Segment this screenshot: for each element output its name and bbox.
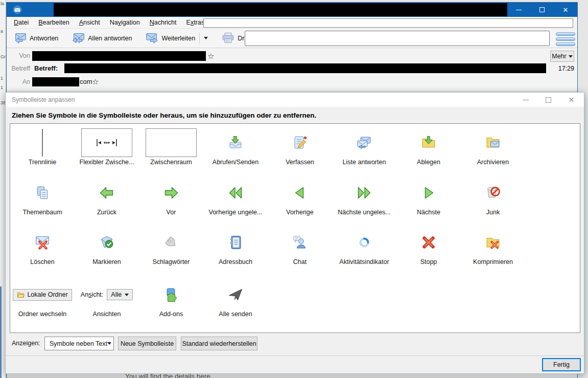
maximize-icon <box>546 97 551 103</box>
palette-item-vor[interactable]: Vor <box>139 178 203 216</box>
bar-glyph <box>556 37 575 41</box>
compose-icon <box>292 135 308 151</box>
menu-item-bearbeiten[interactable]: Bearbeiten <box>38 19 69 26</box>
chevron-down-icon <box>107 342 111 345</box>
message-pane-layout-icon[interactable] <box>556 31 575 47</box>
antworten-button[interactable]: Antworten <box>10 31 61 46</box>
palette-item-label: Zurück <box>97 209 116 216</box>
menubar-input[interactable] <box>203 18 573 28</box>
maximize-icon <box>539 7 545 12</box>
forward-arrow-icon <box>163 185 179 201</box>
delete-icon <box>34 234 51 251</box>
stop-icon <box>420 234 437 251</box>
palette-item-abrufen-senden[interactable]: Abrufen/Senden <box>203 128 268 166</box>
menu-item-datei[interactable]: Datei <box>14 19 29 26</box>
menu-item-navigation[interactable]: Navigation <box>110 19 140 26</box>
more-button-label: Mehr <box>552 53 566 60</box>
palette-item-stopp[interactable]: Stopp <box>396 228 461 265</box>
palette-item-n-chste[interactable]: Nächste <box>396 178 461 216</box>
background-text-fragment: a <box>1 29 6 34</box>
close-button[interactable]: ✕ <box>554 3 577 17</box>
palette-item-label: Aktivitätsindikator <box>339 258 389 265</box>
menu-item-extras[interactable]: Extras <box>186 19 204 26</box>
palette-item-vorherige[interactable]: Vorherige <box>268 178 332 216</box>
palette-item-label: Stopp <box>420 258 437 265</box>
menu-item-nachricht[interactable]: Nachricht <box>150 19 177 26</box>
palette-item-l-schen[interactable]: Löschen <box>10 228 75 265</box>
message-header: Von ☆ Mehr Betreff Betreff: 17:29 An com… <box>7 48 577 92</box>
palette-item-alle-senden[interactable]: Alle senden <box>203 280 268 318</box>
to-domain: com <box>80 78 92 85</box>
palette-item-trennlinie[interactable]: Trennlinie <box>10 128 75 166</box>
display-mode-dropdown[interactable]: Symbole neben Text <box>44 337 114 350</box>
palette-item-ansichten[interactable]: Ansicht:AlleAnsichten <box>75 280 139 318</box>
palette-item-label: Chat <box>293 258 307 265</box>
mark-icon <box>99 234 115 251</box>
palette-item-label: Archivieren <box>477 159 509 166</box>
dialog-maximize-button[interactable] <box>537 93 560 107</box>
star-icon[interactable]: ☆ <box>207 52 214 60</box>
palette-item-chat[interactable]: Chat <box>268 228 332 265</box>
palette-row: ThemenbaumZurückVorVorherige ungele...Vo… <box>10 178 525 216</box>
palette-item-themenbaum[interactable]: Themenbaum <box>10 178 75 216</box>
palette-item-ablegen[interactable]: Ablegen <box>396 128 461 166</box>
view-dropdown[interactable]: Alle <box>107 289 133 300</box>
palette-item-verfassen[interactable]: Verfassen <box>268 128 332 166</box>
weiterleiten-dropdown-button[interactable] <box>201 35 211 41</box>
addons-icon <box>163 286 179 303</box>
allen-antworten-button[interactable]: Allen antworten <box>68 31 135 46</box>
palette-item-label: Zwischenraum <box>150 159 192 166</box>
minimize-button[interactable] <box>507 3 530 17</box>
palette-item-ordner-wechseln[interactable]: Lokale OrdnerOrdner wechseln <box>10 280 75 318</box>
palette-item-label: Schlagwörter <box>153 258 190 265</box>
palette-item-aktivit-tsindikator[interactable]: Aktivitätsindikator <box>332 228 396 265</box>
toolbar-button-label: Allen antworten <box>88 35 132 42</box>
palette-item-zur-ck[interactable]: Zurück <box>75 178 139 216</box>
redacted-to-address <box>32 77 79 86</box>
new-toolbar-button[interactable]: Neue Symbolleiste <box>118 337 176 350</box>
palette-item-liste-antworten[interactable]: Liste antworten <box>332 128 396 166</box>
palette-item-komprimieren[interactable]: Komprimieren <box>461 228 525 265</box>
palette-item-add-ons[interactable]: Add-ons <box>139 280 203 318</box>
palette-item-label: Liste antworten <box>343 159 386 166</box>
background-text-fragment: 1 <box>1 85 6 90</box>
palette-item-n-chste-ungeles[interactable]: Nächste ungeles... <box>332 178 396 216</box>
search-input[interactable] <box>245 31 550 46</box>
maximize-button[interactable] <box>530 3 554 17</box>
restore-default-button[interactable]: Standard wiederherstellen <box>181 337 257 350</box>
palette-item-vorherige-ungele[interactable]: Vorherige ungele... <box>203 178 268 216</box>
background-text-fragment: 1 <box>1 76 6 81</box>
activity-indicator-icon <box>356 234 372 251</box>
separator-icon <box>42 129 43 157</box>
palette-item-adressbuch[interactable]: Adressbuch <box>203 228 268 265</box>
redacted-subject <box>64 63 546 73</box>
palette-item-junk[interactable]: Junk <box>461 178 525 216</box>
dialog-title: Symbolleiste anpassen <box>12 96 75 103</box>
reply-list-icon <box>356 135 372 151</box>
palette-item-label: Add-ons <box>159 310 183 318</box>
palette-item-markieren[interactable]: Markieren <box>75 228 139 265</box>
toolbar-separator <box>199 33 200 44</box>
customize-toolbar-dialog: Symbolleiste anpassen ✕ Ziehen Sie Symbo… <box>5 92 584 374</box>
local-folders-button[interactable]: Lokale Ordner <box>13 289 72 301</box>
palette-item-schlagw-rter[interactable]: Schlagwörter <box>139 228 203 265</box>
redacted-window-title <box>54 3 507 16</box>
star-icon[interactable]: ☆ <box>92 78 99 85</box>
window-titlebar: ✕ <box>7 3 577 17</box>
dialog-minimize-button[interactable] <box>514 93 537 107</box>
weiterleiten-button[interactable]: Weiterleiten <box>142 31 198 46</box>
palette-item-label: Ansichten <box>93 310 121 318</box>
from-label: Von <box>14 52 30 59</box>
message-time: 17:29 <box>550 65 574 72</box>
palette-item-label: Themenbaum <box>22 209 62 216</box>
palette-item-archivieren[interactable]: Archivieren <box>461 128 525 166</box>
done-button[interactable]: Fertig <box>542 358 581 371</box>
menu-item-ansicht[interactable]: Ansicht <box>79 19 100 26</box>
palette-item-zwischenraum[interactable]: Zwischenraum <box>139 128 203 166</box>
palette-item-flexibler-zwische[interactable]: Flexibler Zwische... <box>75 128 139 166</box>
subject-prefix: Betreff: <box>34 64 58 72</box>
dialog-close-button[interactable]: ✕ <box>560 93 583 107</box>
more-button[interactable]: Mehr <box>550 51 574 62</box>
palette-row: LöschenMarkierenSchlagwörterAdressbuchCh… <box>10 228 525 265</box>
background-content-strip: You will find the details here. <box>7 374 577 378</box>
